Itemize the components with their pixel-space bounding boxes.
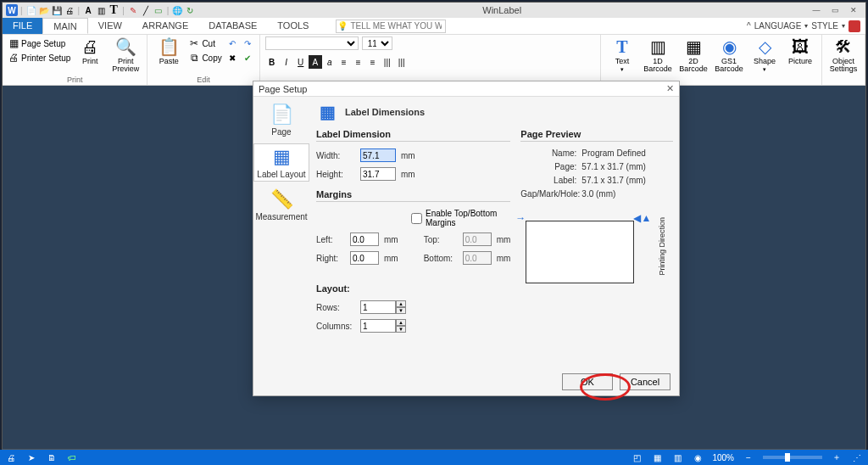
columns-input[interactable] [360,319,396,333]
zoom-slider[interactable] [763,456,822,459]
sidebar-item-measurement[interactable]: 📏 Measurement [253,187,309,223]
open-icon[interactable]: 📂 [38,4,50,16]
barcode-2d-button[interactable]: ▦2D Barcode [677,36,709,74]
view1-icon[interactable]: ◰ [631,451,643,463]
language-button[interactable]: LANGUAGE [754,21,802,31]
maximize-button[interactable]: ▭ [826,4,843,16]
inverse-button[interactable]: A [309,55,322,69]
language-flag-icon[interactable] [849,20,860,32]
print-preview-button[interactable]: 🔍Print Preview [109,36,142,74]
view4-icon[interactable]: ◉ [692,451,704,463]
outline-button[interactable]: a [323,55,337,69]
tell-me-input[interactable] [336,20,446,33]
text-tool-icon[interactable]: T [108,4,120,16]
check-icon[interactable]: ✔ [241,51,254,64]
ok-button[interactable]: OK [562,373,613,390]
new-icon[interactable]: 📄 [25,4,37,16]
resize-grip-icon[interactable]: ⋰ [851,451,863,463]
text-icon[interactable]: A [82,4,94,16]
rows-input[interactable] [360,300,396,314]
copy-button[interactable]: ⧉Copy [188,51,221,64]
barcode-fmt2-icon[interactable]: ||| [395,55,409,69]
margin-left-input[interactable] [350,232,379,246]
height-input[interactable] [360,167,396,181]
caret-up-icon[interactable]: ^ [747,21,751,31]
v-label: 57.1 x 31.7 (mm) [581,176,646,185]
align-center-button[interactable]: ≡ [352,55,365,69]
spin-down-icon[interactable]: ▼ [396,326,406,333]
v-page: 57.1 x 31.7 (mm) [581,162,646,171]
spin-up-icon[interactable]: ▲ [396,319,406,326]
object-settings-button[interactable]: 🛠Object Settings [827,36,860,74]
delete-icon[interactable]: ✖ [225,51,239,64]
tab-arrange[interactable]: ARRANGE [132,18,198,34]
columns-spinner[interactable]: ▲▼ [360,319,406,333]
tab-view[interactable]: VIEW [88,18,132,34]
rect-icon[interactable]: ▭ [153,4,164,16]
k-name: Name: [520,148,581,158]
menu-right: ^ LANGUAGE ▾ STYLE ▾ [747,18,865,34]
sidebar-item-page[interactable]: 📄 Page [253,102,309,138]
printer-setup-button[interactable]: 🖨Printer Setup [8,51,70,64]
globe-icon[interactable]: 🌐 [171,4,183,16]
zoom-out-button[interactable]: − [743,451,754,463]
refresh-icon[interactable]: ↻ [184,4,196,16]
gs1-button[interactable]: ◉GS1 Barcode [713,36,745,74]
pencil-icon[interactable]: ✎ [127,4,139,16]
margin-right-input[interactable] [350,251,379,265]
close-button[interactable]: ✕ [845,4,862,16]
text-tool-button[interactable]: TText▾ [606,36,638,73]
group-label [822,76,865,85]
shape-button[interactable]: ◇Shape▾ [748,36,781,73]
zoom-in-button[interactable]: ＋ [831,451,843,463]
style-button[interactable]: STYLE [811,21,838,31]
font-size-select[interactable]: 11 [362,36,392,50]
line-icon[interactable]: ╱ [140,4,152,16]
dialog-title: Page Setup [259,84,308,94]
rows-spinner[interactable]: ▲▼ [360,300,406,314]
barcode-icon[interactable]: ▥ [95,4,107,16]
dialog-title-bar: Page Setup ✕ [253,81,679,97]
status-bar: 🖨 ➤ 🗎 🏷 ◰ ▦ ▥ ◉ 100% − ＋ ⋰ [0,450,868,465]
tag-icon[interactable]: 🏷 [66,451,78,463]
underline-button[interactable]: U [294,55,308,69]
font-name-select[interactable] [265,36,359,50]
bold-button[interactable]: B [265,55,279,69]
unit-mm: mm [497,254,511,263]
printer-status-icon[interactable]: 🖨 [5,451,17,463]
print-button[interactable]: 🖨Print [74,36,106,65]
cut-button[interactable]: ✂Cut [188,36,221,50]
chevron-down-icon[interactable]: ▾ [804,22,808,30]
width-input[interactable] [360,148,396,162]
barcode-fmt-icon[interactable]: ||| [381,55,394,69]
chevron-down-icon[interactable]: ▾ [842,22,845,30]
align-right-button[interactable]: ≡ [366,55,380,69]
cursor-icon[interactable]: ➤ [25,451,37,463]
view2-icon[interactable]: ▦ [651,451,663,463]
barcode-1d-button[interactable]: ▥1D Barcode [642,36,674,74]
enable-margins-checkbox[interactable] [411,213,422,224]
document-icon[interactable]: 🗎 [46,451,58,463]
page-setup-button[interactable]: ▦Page Setup [8,36,70,50]
picture-button[interactable]: 🖼Picture [784,36,816,65]
redo-icon[interactable]: ↷ [241,36,254,50]
paste-button[interactable]: 📋Paste [153,36,185,65]
sidebar-item-label-layout[interactable]: ▦ Label Layout [253,143,309,182]
view3-icon[interactable]: ▥ [671,451,683,463]
undo-icon[interactable]: ↶ [225,36,239,50]
unit-mm: mm [384,235,398,244]
tab-database[interactable]: DATABASE [198,18,267,34]
tab-main[interactable]: MAIN [42,18,88,34]
align-left-button[interactable]: ≡ [337,55,351,69]
minimize-button[interactable]: — [808,4,825,16]
spin-down-icon[interactable]: ▼ [396,307,406,314]
cancel-button[interactable]: Cancel [620,373,670,390]
print-icon[interactable]: 🖨 [64,4,75,16]
italic-button[interactable]: I [280,55,293,69]
paste-icon: 📋 [157,36,181,57]
tab-file[interactable]: FILE [3,18,42,34]
save-icon[interactable]: 💾 [51,4,63,16]
tab-tools[interactable]: TOOLS [267,18,319,34]
close-icon[interactable]: ✕ [666,83,674,94]
spin-up-icon[interactable]: ▲ [396,300,406,307]
